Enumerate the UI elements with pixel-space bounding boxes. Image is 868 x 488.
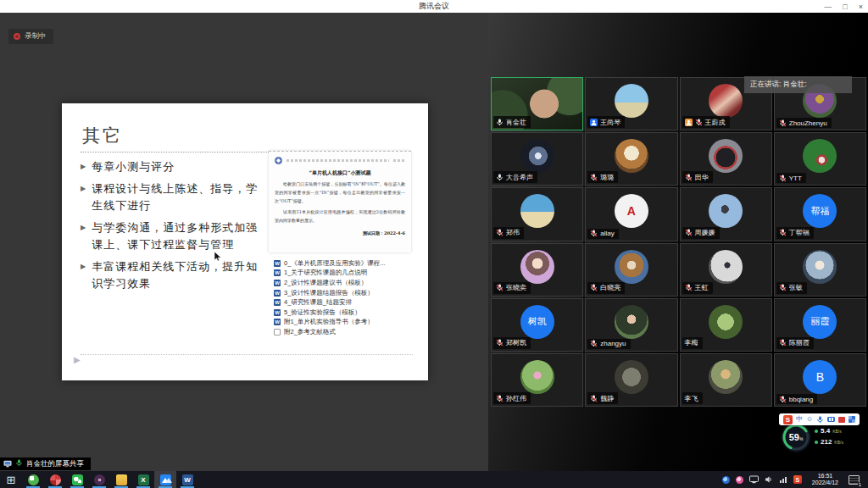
participant-namebar: 璐璐 — [587, 171, 618, 183]
participant-namebar: bbqiang — [776, 394, 817, 404]
participant-tile-6[interactable]: 璐璐 — [585, 132, 677, 186]
participant-tile-14[interactable]: 白晓亮 — [585, 243, 677, 297]
taskbar-tencent-meeting[interactable] — [154, 471, 176, 488]
keyboard-icon[interactable] — [827, 417, 835, 422]
participant-tile-8[interactable]: YTT — [774, 132, 866, 186]
participant-name: 肖金壮 — [506, 118, 526, 127]
participant-namebar: 王虹 — [682, 282, 713, 294]
file-name: 0_《单片机原理及应用实验》课程... — [284, 259, 386, 268]
participant-tile-20[interactable]: 丽霞陈丽霞 — [774, 298, 866, 352]
taskbar-wechat[interactable] — [66, 471, 88, 488]
participant-namebar: 郑伟 — [493, 227, 524, 239]
participant-avatar — [520, 250, 554, 284]
participant-tile-17[interactable]: 树凯郑树凯 — [491, 298, 583, 352]
smiley-icon[interactable]: ☺ — [806, 416, 813, 423]
participant-namebar: allay — [587, 229, 618, 239]
participant-name: 大音希声 — [506, 173, 533, 182]
taskbar-word[interactable]: W — [176, 471, 198, 488]
participant-avatar — [803, 250, 837, 284]
slide-bullet-list: ▶每章小测与评分▶课程设计与线上陈述、指导，学生线下进行▶与学委沟通，通过多种形… — [81, 158, 269, 297]
slide-bullet: ▶与学委沟通，通过多种形式加强课上、课下过程监督与管理 — [81, 219, 269, 253]
document-preview: “单片机人机接口”小测试题 给教室门口安装两个按键，分别标有“IN”和“OUT”… — [269, 151, 411, 252]
participant-namebar: 郑树凯 — [493, 337, 531, 349]
participant-tile-22[interactable]: 魏静 — [585, 353, 677, 407]
participant-name: 周媛媛 — [695, 228, 715, 237]
person-badge-blue-icon — [590, 119, 598, 126]
sogou-logo-icon[interactable]: S — [783, 415, 793, 424]
skin-icon[interactable] — [838, 417, 845, 423]
participant-tile-2[interactable]: 王尚琴 — [585, 77, 677, 130]
taskbar-file-explorer[interactable] — [110, 471, 132, 488]
toolbox-grid-icon[interactable] — [849, 416, 855, 423]
participant-name: ZhouZhenyu — [789, 119, 827, 127]
participant-avatar: 树凯 — [520, 305, 554, 339]
clock-time: 16:51 — [812, 473, 838, 480]
browser-360-icon — [28, 474, 39, 485]
participant-avatar — [803, 139, 837, 173]
app-pink-tray-icon[interactable] — [736, 476, 743, 484]
participant-tile-18[interactable]: zhangyu — [585, 298, 677, 352]
file-name: 2_设计性课题建议书（模板） — [284, 279, 367, 287]
participant-tile-16[interactable]: 张敏 — [774, 243, 866, 297]
participant-namebar: YTT — [776, 173, 806, 183]
participant-avatar — [709, 250, 743, 284]
voice-input-icon[interactable] — [816, 412, 824, 427]
participant-name: 张敏 — [789, 283, 803, 292]
taskbar-app-red[interactable] — [44, 471, 66, 488]
participant-tile-5[interactable]: 大音希声 — [491, 132, 583, 186]
mic-icon — [15, 459, 23, 467]
participant-tile-23[interactable]: 李飞 — [680, 353, 772, 407]
taskbar-clock[interactable]: 16:51 2022/4/12 — [808, 473, 843, 486]
participant-tile-13[interactable]: 张晓奕 — [491, 243, 583, 297]
bullet-text: 与学委沟通，通过多种形式加强课上、课下过程监督与管理 — [92, 219, 269, 253]
taskbar-excel[interactable]: X — [132, 471, 154, 488]
window-title: 腾讯会议 — [419, 1, 449, 12]
participant-name: 魏静 — [600, 394, 614, 403]
participant-avatar — [520, 360, 554, 394]
participant-name: 孙红伟 — [506, 394, 526, 403]
taskbar-app-dark[interactable] — [88, 471, 110, 488]
participant-grid: 肖金壮王尚琴王蔚戌ZhouZhenyu大音希声璐璐田华YTT郑伟Aallay周媛… — [491, 77, 866, 407]
speaker-tray-icon[interactable] — [765, 472, 773, 487]
mic-muted-icon — [685, 174, 693, 181]
monitor-tray-icon[interactable] — [749, 472, 759, 487]
taskbar-browser-360[interactable] — [22, 471, 44, 488]
participant-tile-9[interactable]: 郑伟 — [491, 187, 583, 241]
participant-namebar: 王尚琴 — [587, 116, 625, 128]
mic-muted-icon — [496, 284, 504, 291]
app-blue-tray-icon[interactable] — [722, 476, 730, 484]
participant-tile-1[interactable]: 肖金壮 — [491, 77, 583, 130]
speaking-label: 正在讲话: 肖金壮: — [750, 80, 807, 90]
monitor-icon — [3, 460, 12, 468]
cpu-percentage: 59% — [780, 421, 812, 453]
network-tray-icon[interactable] — [779, 472, 787, 487]
excel-icon: X — [138, 474, 149, 485]
participant-name: 李梅 — [685, 338, 698, 347]
participant-name: allay — [600, 230, 614, 237]
minimize-button[interactable]: — — [824, 3, 832, 11]
sogou-tray-icon[interactable]: S — [793, 475, 802, 484]
person-badge-orange-icon — [685, 119, 693, 126]
participant-tile-24[interactable]: Bbbqiang — [774, 353, 866, 407]
mic-muted-icon — [695, 119, 703, 126]
close-button[interactable]: × — [859, 3, 863, 11]
clock-date: 2022/4/12 — [812, 480, 838, 486]
participant-tile-11[interactable]: 周媛媛 — [680, 187, 772, 241]
participant-tile-15[interactable]: 王虹 — [680, 243, 772, 297]
participant-tile-19[interactable]: 李梅 — [680, 298, 772, 352]
participant-tile-10[interactable]: Aallay — [585, 187, 677, 241]
participant-tile-7[interactable]: 田华 — [680, 132, 772, 186]
chinese-mode-icon[interactable]: 中 — [796, 416, 803, 423]
file-item: W2_设计性课题建议书（模板） — [274, 278, 423, 288]
mic-muted-icon — [496, 339, 504, 347]
ime-toolbar[interactable]: S中☺ — [779, 413, 860, 425]
maximize-button[interactable]: □ — [843, 3, 847, 11]
taskbar-start[interactable]: ⊞ — [0, 471, 22, 488]
participant-tile-21[interactable]: 孙红伟 — [491, 353, 583, 407]
action-center-icon[interactable]: 1 — [849, 475, 860, 485]
speaking-banner: 正在讲话: 肖金壮: — [744, 76, 852, 93]
participant-tile-12[interactable]: 帮福丁帮福 — [774, 187, 866, 241]
triangle-bullet-icon: ▶ — [81, 158, 86, 175]
word-icon: W — [274, 299, 281, 306]
mic-muted-icon — [779, 339, 787, 347]
